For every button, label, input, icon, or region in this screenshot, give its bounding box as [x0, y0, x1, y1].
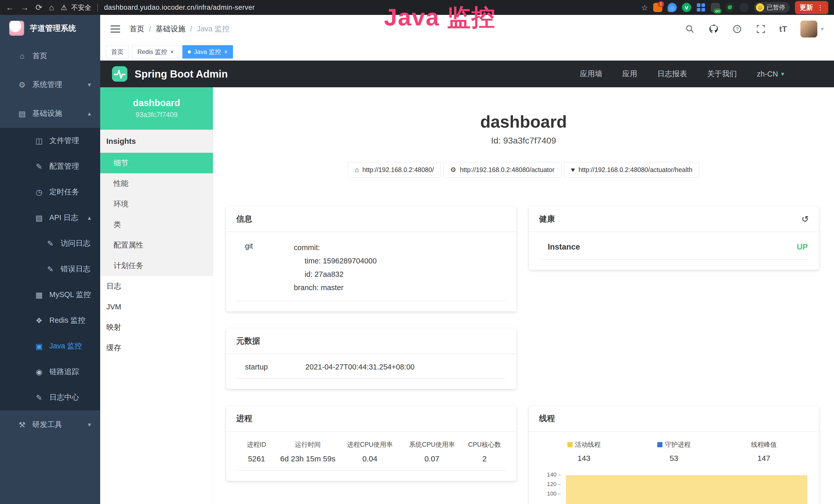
status-badge: UP	[797, 243, 808, 252]
sidebar-item-access-logs[interactable]: ✎ 访问日志	[0, 231, 100, 256]
sidebar-logo-row[interactable]: 芋道管理系统	[0, 15, 100, 42]
sidebar-item-file-management[interactable]: ◫ 文件管理	[0, 128, 100, 154]
health-instance-row[interactable]: Instance UP	[539, 241, 809, 259]
extension-icon[interactable]: v	[682, 3, 691, 12]
sidebar-item-mysql-monitor[interactable]: ▦ MySQL 监控	[0, 282, 100, 307]
forward-icon[interactable]: →	[21, 3, 29, 12]
sba-locale-select[interactable]: zh-CN ▾	[757, 70, 784, 78]
git-commit-line: commit:	[294, 241, 377, 254]
help-icon[interactable]: ?	[732, 24, 742, 34]
sba-item-classes[interactable]: 类	[100, 214, 213, 235]
legend-live-threads: 活动线程 143	[539, 440, 629, 463]
metadata-value: 2021-04-27T00:44:31.254+08:00	[305, 363, 415, 371]
sidebar-item-api-logs[interactable]: ▧ API 日志 ▴	[0, 205, 100, 231]
sba-item-mappings[interactable]: 映射	[100, 317, 213, 338]
sba-item-metrics[interactable]: 性能	[100, 173, 213, 194]
sidebar-item-tracing[interactable]: ◉ 链路追踪	[0, 359, 100, 385]
sba-nav-journal[interactable]: 日志报表	[657, 69, 687, 79]
service-url-button[interactable]: ⌂ http://192.168.0.2:48080/	[348, 162, 441, 178]
page-title: dashboard	[213, 112, 834, 132]
sba-nav-wall[interactable]: 应用墙	[580, 69, 602, 79]
sidebar-menu: ⌂ 首页 ⚙ 系统管理 ▾ ▤ 基础设施 ▴ ◫ 文件管理	[0, 42, 100, 439]
breadcrumb: 首页 / 基础设施 / Java 监控	[129, 24, 229, 34]
sidebar-item-system[interactable]: ⚙ 系统管理 ▾	[0, 70, 100, 99]
sba-item-details[interactable]: 细节	[100, 153, 213, 173]
sba-logo-icon[interactable]	[111, 66, 128, 82]
security-label[interactable]: 不安全	[71, 3, 91, 12]
tags-view: 首页 Redis 监控 × Java 监控 ×	[100, 43, 834, 61]
sba-nav: 应用墙 应用 日志报表 关于我们 zh-CN ▾	[580, 69, 823, 79]
sba-nav-applications[interactable]: 应用	[622, 69, 637, 79]
sidebar-item-log-center[interactable]: ✎ 日志中心	[0, 385, 100, 410]
sba-nav-about[interactable]: 关于我们	[707, 69, 737, 79]
sba-instance-block[interactable]: dashboard 93a3fc7f7409	[100, 87, 213, 130]
address-bar[interactable]: ⚠ 不安全 dashboard.yudao.iocoder.cn/infra/a…	[61, 3, 634, 12]
threads-card-title: 线程	[539, 413, 555, 424]
health-card-title: 健康	[539, 214, 555, 224]
sidebar-item-redis-monitor[interactable]: ❖ Redis 监控	[0, 307, 100, 333]
process-cpu-usage: 0.04	[339, 455, 401, 463]
sidebar-item-label: Redis 监控	[49, 315, 85, 325]
info-key: git	[245, 241, 294, 294]
chrome-menu-icon[interactable]: ⋮	[817, 4, 824, 12]
github-icon[interactable]	[708, 24, 719, 34]
health-url: http://192.168.0.2:48080/actuator/health	[578, 166, 692, 174]
history-icon[interactable]: ↺	[802, 214, 809, 224]
sba-brand[interactable]: Spring Boot Admin	[135, 68, 228, 80]
column-header: 系统CPU使用率	[401, 440, 463, 449]
reload-icon[interactable]: ⟳	[36, 3, 42, 12]
security-warning-icon[interactable]: ⚠	[61, 3, 67, 12]
extensions-puzzle-icon[interactable]	[740, 3, 749, 12]
home-icon: ⌂	[355, 166, 359, 174]
back-icon[interactable]: ←	[6, 3, 14, 12]
user-menu[interactable]: ▾	[800, 21, 824, 38]
close-icon[interactable]: ×	[170, 49, 174, 55]
sidebar-item-config-management[interactable]: ✎ 配置管理	[0, 154, 100, 179]
sba-item-caches[interactable]: 缓存	[100, 338, 213, 358]
column-header: 运行时间	[277, 440, 339, 449]
home-icon[interactable]: ⌂	[49, 3, 54, 12]
url-text[interactable]: dashboard.yudao.iocoder.cn/infra/admin-s…	[104, 4, 255, 12]
extension-icon[interactable]	[667, 3, 677, 12]
legend-value: 53	[629, 454, 719, 463]
avatar[interactable]	[800, 21, 817, 38]
extension-icon[interactable]	[725, 3, 734, 12]
tab-redis-monitor[interactable]: Redis 监控 ×	[132, 45, 179, 59]
sidebar-item-home[interactable]: ⌂ 首页	[0, 42, 100, 70]
breadcrumb-home[interactable]: 首页	[129, 24, 144, 34]
sidebar-item-error-logs[interactable]: ✎ 错误日志	[0, 256, 100, 282]
info-card: 信息 git commit: time: 1596289704000 id: 2	[226, 206, 517, 312]
sidebar-item-dev-tools[interactable]: ⚒ 研发工具 ▾	[0, 410, 100, 439]
caret-down-icon: ▾	[821, 26, 824, 32]
font-size-icon[interactable]: tT	[779, 24, 787, 34]
tab-home[interactable]: 首页	[106, 45, 129, 59]
search-icon[interactable]	[685, 24, 695, 34]
tab-java-monitor[interactable]: Java 监控 ×	[182, 45, 233, 59]
extension-icon[interactable]: 1	[653, 3, 662, 12]
extension-icon[interactable]: on	[711, 3, 720, 12]
sidebar-item-infrastructure[interactable]: ▤ 基础设施 ▴	[0, 99, 100, 128]
screen: ← → ⟳ ⌂ ⚠ 不安全 dashboard.yudao.iocoder.cn…	[0, 0, 834, 504]
column-header: 进程ID	[236, 440, 277, 449]
sba-item-config-props[interactable]: 配置属性	[100, 235, 213, 255]
profile-chip[interactable]: ☺ 已暂停	[754, 2, 790, 13]
close-icon[interactable]: ×	[224, 49, 227, 55]
insights-section-title: Insights	[100, 130, 213, 153]
health-url-button[interactable]: ♥ http://192.168.0.2:48080/actuator/heal…	[564, 162, 699, 178]
sidebar-item-scheduled-tasks[interactable]: ◷ 定时任务	[0, 179, 100, 205]
sba-item-jvm[interactable]: JVM	[100, 297, 213, 317]
breadcrumb-infrastructure[interactable]: 基础设施	[156, 24, 185, 34]
caret-down-icon: ▾	[781, 70, 784, 77]
bookmark-star-icon[interactable]: ☆	[641, 3, 648, 12]
sba-item-environment[interactable]: 环境	[100, 194, 213, 214]
redis-icon: ❖	[34, 316, 44, 325]
sba-item-logs[interactable]: 日志	[100, 276, 213, 297]
sba-item-scheduled-tasks[interactable]: 计划任务	[100, 255, 213, 276]
sidebar-collapse-icon[interactable]	[110, 25, 120, 32]
actuator-url-button[interactable]: ⚙ http://192.168.0.2:48080/actuator	[443, 162, 562, 178]
chrome-update-button[interactable]: 更新 ⋮	[795, 1, 828, 14]
sidebar-item-java-monitor[interactable]: ▣ Java 监控	[0, 333, 100, 359]
app-title: 芋道管理系统	[30, 23, 76, 33]
extension-icon[interactable]	[696, 3, 706, 12]
fullscreen-icon[interactable]	[756, 24, 766, 34]
